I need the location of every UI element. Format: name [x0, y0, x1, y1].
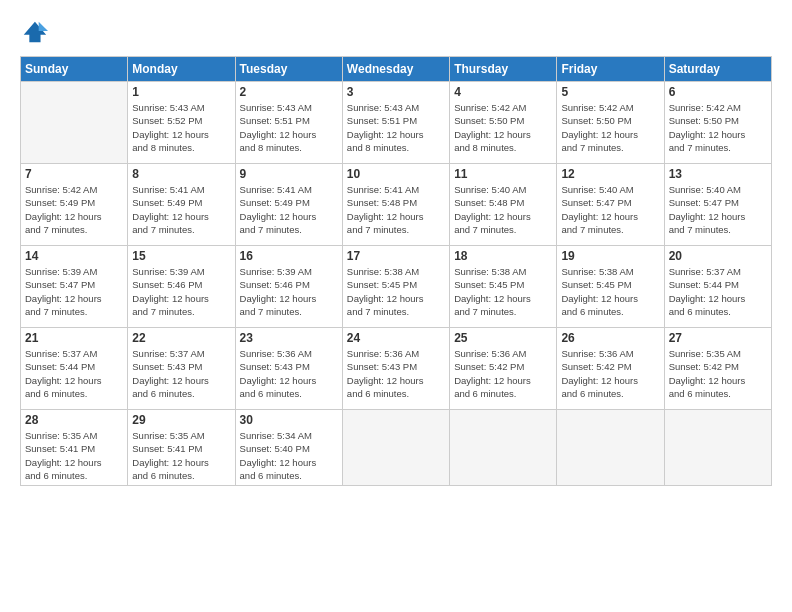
day-number: 22: [132, 331, 230, 345]
calendar-cell: 12Sunrise: 5:40 AM Sunset: 5:47 PM Dayli…: [557, 164, 664, 246]
day-info: Sunrise: 5:39 AM Sunset: 5:47 PM Dayligh…: [25, 265, 123, 318]
day-info: Sunrise: 5:42 AM Sunset: 5:50 PM Dayligh…: [454, 101, 552, 154]
logo-icon: [20, 18, 48, 46]
day-info: Sunrise: 5:40 AM Sunset: 5:47 PM Dayligh…: [669, 183, 767, 236]
day-info: Sunrise: 5:41 AM Sunset: 5:49 PM Dayligh…: [240, 183, 338, 236]
day-info: Sunrise: 5:41 AM Sunset: 5:48 PM Dayligh…: [347, 183, 445, 236]
calendar-cell: 22Sunrise: 5:37 AM Sunset: 5:43 PM Dayli…: [128, 328, 235, 410]
calendar-cell: 15Sunrise: 5:39 AM Sunset: 5:46 PM Dayli…: [128, 246, 235, 328]
day-number: 29: [132, 413, 230, 427]
calendar-cell: 27Sunrise: 5:35 AM Sunset: 5:42 PM Dayli…: [664, 328, 771, 410]
day-number: 4: [454, 85, 552, 99]
calendar-week-row: 7Sunrise: 5:42 AM Sunset: 5:49 PM Daylig…: [21, 164, 772, 246]
weekday-header: Tuesday: [235, 57, 342, 82]
day-info: Sunrise: 5:42 AM Sunset: 5:50 PM Dayligh…: [561, 101, 659, 154]
day-number: 17: [347, 249, 445, 263]
day-number: 15: [132, 249, 230, 263]
day-info: Sunrise: 5:39 AM Sunset: 5:46 PM Dayligh…: [240, 265, 338, 318]
day-info: Sunrise: 5:37 AM Sunset: 5:44 PM Dayligh…: [25, 347, 123, 400]
day-number: 6: [669, 85, 767, 99]
day-info: Sunrise: 5:37 AM Sunset: 5:44 PM Dayligh…: [669, 265, 767, 318]
calendar-cell: 28Sunrise: 5:35 AM Sunset: 5:41 PM Dayli…: [21, 410, 128, 486]
weekday-header: Friday: [557, 57, 664, 82]
day-info: Sunrise: 5:42 AM Sunset: 5:50 PM Dayligh…: [669, 101, 767, 154]
day-info: Sunrise: 5:41 AM Sunset: 5:49 PM Dayligh…: [132, 183, 230, 236]
calendar: SundayMondayTuesdayWednesdayThursdayFrid…: [20, 56, 772, 486]
weekday-header: Sunday: [21, 57, 128, 82]
day-number: 27: [669, 331, 767, 345]
calendar-cell: 26Sunrise: 5:36 AM Sunset: 5:42 PM Dayli…: [557, 328, 664, 410]
weekday-header: Monday: [128, 57, 235, 82]
calendar-cell: 4Sunrise: 5:42 AM Sunset: 5:50 PM Daylig…: [450, 82, 557, 164]
day-number: 8: [132, 167, 230, 181]
calendar-cell: 25Sunrise: 5:36 AM Sunset: 5:42 PM Dayli…: [450, 328, 557, 410]
weekday-header: Wednesday: [342, 57, 449, 82]
calendar-cell: 7Sunrise: 5:42 AM Sunset: 5:49 PM Daylig…: [21, 164, 128, 246]
svg-marker-1: [39, 22, 48, 31]
calendar-cell: 2Sunrise: 5:43 AM Sunset: 5:51 PM Daylig…: [235, 82, 342, 164]
calendar-cell: 11Sunrise: 5:40 AM Sunset: 5:48 PM Dayli…: [450, 164, 557, 246]
calendar-cell: 17Sunrise: 5:38 AM Sunset: 5:45 PM Dayli…: [342, 246, 449, 328]
calendar-cell: 3Sunrise: 5:43 AM Sunset: 5:51 PM Daylig…: [342, 82, 449, 164]
day-number: 3: [347, 85, 445, 99]
calendar-cell: 21Sunrise: 5:37 AM Sunset: 5:44 PM Dayli…: [21, 328, 128, 410]
day-number: 2: [240, 85, 338, 99]
day-number: 9: [240, 167, 338, 181]
day-number: 23: [240, 331, 338, 345]
calendar-cell: 30Sunrise: 5:34 AM Sunset: 5:40 PM Dayli…: [235, 410, 342, 486]
calendar-cell: 9Sunrise: 5:41 AM Sunset: 5:49 PM Daylig…: [235, 164, 342, 246]
weekday-header: Thursday: [450, 57, 557, 82]
day-info: Sunrise: 5:35 AM Sunset: 5:42 PM Dayligh…: [669, 347, 767, 400]
day-number: 16: [240, 249, 338, 263]
day-number: 12: [561, 167, 659, 181]
day-number: 24: [347, 331, 445, 345]
day-info: Sunrise: 5:36 AM Sunset: 5:42 PM Dayligh…: [454, 347, 552, 400]
day-info: Sunrise: 5:40 AM Sunset: 5:47 PM Dayligh…: [561, 183, 659, 236]
day-number: 25: [454, 331, 552, 345]
day-number: 21: [25, 331, 123, 345]
day-info: Sunrise: 5:35 AM Sunset: 5:41 PM Dayligh…: [25, 429, 123, 482]
calendar-cell: 24Sunrise: 5:36 AM Sunset: 5:43 PM Dayli…: [342, 328, 449, 410]
day-info: Sunrise: 5:37 AM Sunset: 5:43 PM Dayligh…: [132, 347, 230, 400]
day-number: 28: [25, 413, 123, 427]
day-number: 5: [561, 85, 659, 99]
calendar-week-row: 1Sunrise: 5:43 AM Sunset: 5:52 PM Daylig…: [21, 82, 772, 164]
calendar-cell: 18Sunrise: 5:38 AM Sunset: 5:45 PM Dayli…: [450, 246, 557, 328]
day-number: 10: [347, 167, 445, 181]
day-info: Sunrise: 5:35 AM Sunset: 5:41 PM Dayligh…: [132, 429, 230, 482]
calendar-cell: 8Sunrise: 5:41 AM Sunset: 5:49 PM Daylig…: [128, 164, 235, 246]
day-number: 30: [240, 413, 338, 427]
calendar-cell: 14Sunrise: 5:39 AM Sunset: 5:47 PM Dayli…: [21, 246, 128, 328]
calendar-week-row: 14Sunrise: 5:39 AM Sunset: 5:47 PM Dayli…: [21, 246, 772, 328]
calendar-cell: 1Sunrise: 5:43 AM Sunset: 5:52 PM Daylig…: [128, 82, 235, 164]
day-number: 7: [25, 167, 123, 181]
day-info: Sunrise: 5:42 AM Sunset: 5:49 PM Dayligh…: [25, 183, 123, 236]
page: SundayMondayTuesdayWednesdayThursdayFrid…: [0, 0, 792, 612]
calendar-week-row: 21Sunrise: 5:37 AM Sunset: 5:44 PM Dayli…: [21, 328, 772, 410]
calendar-cell: 13Sunrise: 5:40 AM Sunset: 5:47 PM Dayli…: [664, 164, 771, 246]
header: [20, 18, 772, 46]
calendar-cell: 5Sunrise: 5:42 AM Sunset: 5:50 PM Daylig…: [557, 82, 664, 164]
day-number: 19: [561, 249, 659, 263]
svg-marker-0: [24, 22, 46, 43]
day-info: Sunrise: 5:36 AM Sunset: 5:43 PM Dayligh…: [347, 347, 445, 400]
calendar-cell: [664, 410, 771, 486]
day-number: 14: [25, 249, 123, 263]
day-info: Sunrise: 5:36 AM Sunset: 5:42 PM Dayligh…: [561, 347, 659, 400]
day-info: Sunrise: 5:34 AM Sunset: 5:40 PM Dayligh…: [240, 429, 338, 482]
day-number: 11: [454, 167, 552, 181]
calendar-cell: 19Sunrise: 5:38 AM Sunset: 5:45 PM Dayli…: [557, 246, 664, 328]
day-number: 26: [561, 331, 659, 345]
day-info: Sunrise: 5:43 AM Sunset: 5:52 PM Dayligh…: [132, 101, 230, 154]
day-info: Sunrise: 5:43 AM Sunset: 5:51 PM Dayligh…: [240, 101, 338, 154]
calendar-cell: [557, 410, 664, 486]
calendar-header-row: SundayMondayTuesdayWednesdayThursdayFrid…: [21, 57, 772, 82]
day-info: Sunrise: 5:43 AM Sunset: 5:51 PM Dayligh…: [347, 101, 445, 154]
day-number: 20: [669, 249, 767, 263]
calendar-cell: [21, 82, 128, 164]
day-info: Sunrise: 5:38 AM Sunset: 5:45 PM Dayligh…: [561, 265, 659, 318]
calendar-cell: [342, 410, 449, 486]
day-number: 13: [669, 167, 767, 181]
day-number: 18: [454, 249, 552, 263]
day-info: Sunrise: 5:36 AM Sunset: 5:43 PM Dayligh…: [240, 347, 338, 400]
